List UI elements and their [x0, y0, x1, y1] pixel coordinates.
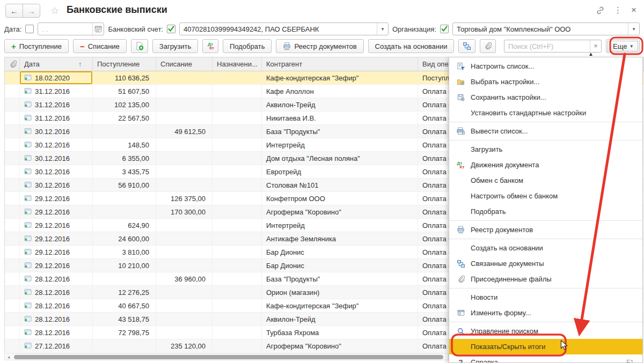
- cell-contractor[interactable]: Кафе-кондитерская "Зефир": [262, 71, 418, 84]
- load-button[interactable]: Загрузить: [152, 39, 198, 53]
- cell-attach[interactable]: [5, 313, 20, 325]
- cell-out[interactable]: [156, 71, 213, 84]
- account-filter-checkbox[interactable]: [167, 25, 175, 33]
- menu-item-show-hide-totals[interactable]: Показать/Скрыть итоги: [449, 339, 642, 354]
- cell-out[interactable]: 36 960,00: [156, 272, 213, 285]
- menu-item[interactable]: Установить стандартные настройки: [449, 105, 642, 121]
- cell-date[interactable]: 29.12.2016: [20, 192, 93, 205]
- cell-out[interactable]: [156, 98, 213, 111]
- cell-purpose[interactable]: [213, 313, 262, 325]
- cell-purpose[interactable]: [213, 71, 262, 84]
- cell-date[interactable]: 28.12.2016: [20, 326, 93, 339]
- menu-item[interactable]: Изменить форму...: [449, 305, 642, 321]
- cell-attach[interactable]: [5, 112, 20, 124]
- cell-contractor[interactable]: Столовая №101: [262, 179, 418, 191]
- cell-out[interactable]: 235 120,00: [156, 339, 213, 352]
- cell-date[interactable]: 29.12.2016: [20, 219, 93, 232]
- date-filter-checkbox[interactable]: [25, 25, 34, 33]
- search-input[interactable]: [504, 42, 590, 50]
- cell-contractor[interactable]: Кафе Аполлон: [262, 85, 418, 98]
- registry-button[interactable]: Реестр документов: [276, 39, 363, 53]
- cell-in[interactable]: [93, 192, 156, 205]
- menu-item[interactable]: Подобрать: [449, 204, 642, 219]
- cell-purpose[interactable]: [213, 125, 262, 138]
- scrollbar-thumb[interactable]: [14, 355, 443, 359]
- menu-item[interactable]: Новости: [449, 290, 642, 305]
- cell-out[interactable]: [156, 138, 213, 151]
- cell-attach[interactable]: [5, 192, 20, 205]
- cell-purpose[interactable]: [213, 152, 262, 165]
- cell-attach[interactable]: [5, 246, 20, 258]
- cell-attach[interactable]: [5, 98, 20, 111]
- cell-attach[interactable]: [5, 125, 20, 138]
- cell-out[interactable]: [156, 219, 213, 232]
- menu-item[interactable]: Вывести список...: [449, 123, 642, 139]
- cell-attach[interactable]: [5, 71, 20, 84]
- column-header-purpose[interactable]: Назначени...: [213, 57, 262, 71]
- cell-in[interactable]: 10 210,00: [93, 259, 156, 272]
- cell-attach[interactable]: [5, 205, 20, 218]
- cell-out[interactable]: [156, 179, 213, 191]
- cell-purpose[interactable]: [213, 98, 262, 111]
- cell-date[interactable]: 30.12.2016: [20, 179, 93, 191]
- cell-in[interactable]: [93, 125, 156, 138]
- cell-out[interactable]: [156, 232, 213, 245]
- cell-date[interactable]: 27.12.2016: [20, 339, 93, 352]
- search-clear-icon[interactable]: ×: [590, 40, 601, 52]
- cell-out[interactable]: [156, 286, 213, 299]
- cell-out[interactable]: [156, 326, 213, 339]
- cell-attach[interactable]: [5, 286, 20, 299]
- column-header-in[interactable]: Поступление: [93, 57, 156, 71]
- cell-attach[interactable]: [5, 272, 20, 285]
- organization-filter-checkbox[interactable]: [440, 25, 449, 33]
- cell-in[interactable]: 3 810,00: [93, 246, 156, 258]
- cell-in[interactable]: 624,90: [93, 219, 156, 232]
- cell-purpose[interactable]: [213, 165, 262, 178]
- cell-attach[interactable]: [5, 179, 20, 191]
- menu-item[interactable]: Связанные документы: [449, 256, 642, 271]
- cell-attach[interactable]: [5, 152, 20, 165]
- menu-item[interactable]: Выбрать настройки...: [449, 74, 642, 90]
- cell-in[interactable]: 43 518,75: [93, 313, 156, 325]
- date-input[interactable]: [38, 25, 92, 33]
- cell-contractor[interactable]: Евротрейд: [262, 165, 418, 178]
- cell-contractor[interactable]: Бар Дионис: [262, 259, 418, 272]
- dtkt-button[interactable]: ДтКт: [202, 39, 218, 53]
- horizontal-scrollbar[interactable]: ◂: [4, 353, 449, 360]
- cell-in[interactable]: 24 600,00: [93, 232, 156, 245]
- pick-button[interactable]: Подобрать: [223, 39, 272, 53]
- column-header-date[interactable]: Дата↑: [20, 57, 93, 71]
- cell-date[interactable]: 18.02.2020: [20, 71, 93, 84]
- cell-in[interactable]: 6 355,00: [93, 152, 156, 165]
- cell-purpose[interactable]: [213, 272, 262, 285]
- cell-attach[interactable]: [5, 219, 20, 232]
- cell-date[interactable]: 29.12.2016: [20, 232, 93, 245]
- cell-in[interactable]: 56 910,00: [93, 179, 156, 191]
- cell-date[interactable]: 31.12.2016: [20, 98, 93, 111]
- cell-date[interactable]: 31.12.2016: [20, 112, 93, 124]
- cell-purpose[interactable]: [213, 259, 262, 272]
- cell-out[interactable]: 170 300,00: [156, 205, 213, 218]
- cell-date[interactable]: 29.12.2016: [20, 205, 93, 218]
- cell-in[interactable]: 3 435,75: [93, 165, 156, 178]
- attachments-button[interactable]: [480, 39, 496, 53]
- cell-contractor[interactable]: Антикафе Земляника: [262, 232, 418, 245]
- cell-out[interactable]: [156, 85, 213, 98]
- cell-contractor[interactable]: Интертрейд: [262, 138, 418, 151]
- import-file-button[interactable]: [131, 39, 148, 53]
- menu-item[interactable]: Загрузить: [449, 142, 642, 157]
- cell-purpose[interactable]: [213, 179, 262, 191]
- cell-attach[interactable]: [5, 85, 20, 98]
- cell-contractor[interactable]: Бар Дионис: [262, 246, 418, 258]
- cell-out[interactable]: 126 375,00: [156, 192, 213, 205]
- cell-contractor[interactable]: База "Продукты": [262, 272, 418, 285]
- cell-purpose[interactable]: [213, 112, 262, 124]
- cell-in[interactable]: 51 607,50: [93, 85, 156, 98]
- window-menu-icon[interactable]: ⋮: [614, 5, 622, 15]
- cell-in[interactable]: 22 567,50: [93, 112, 156, 124]
- more-button[interactable]: Еще ▾: [606, 39, 640, 53]
- back-button[interactable]: ←: [6, 4, 23, 17]
- cell-purpose[interactable]: [213, 339, 262, 352]
- cell-contractor[interactable]: Никитаева И.В.: [262, 112, 418, 124]
- cell-purpose[interactable]: [213, 85, 262, 98]
